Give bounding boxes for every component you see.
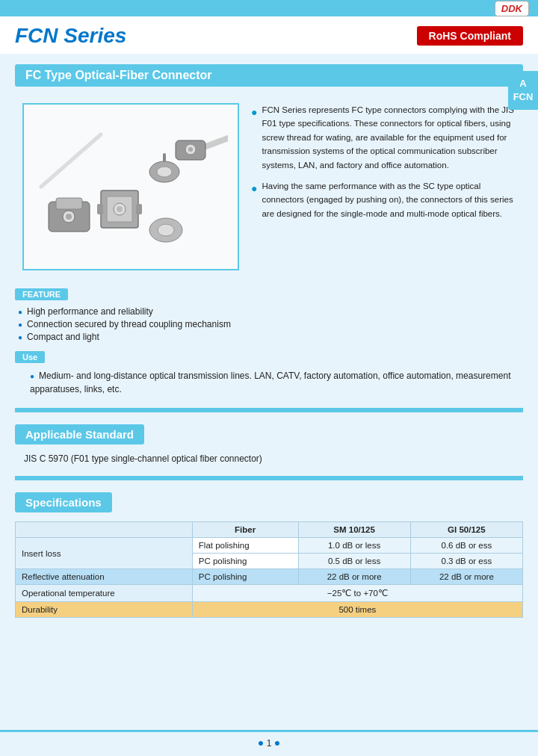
feature-item-3: Compact and light [18,332,523,342]
feature-label: FEATURE [15,288,68,300]
svg-rect-12 [163,153,166,162]
col-header-fiber: Fiber [192,522,298,538]
col-header-gi: GI 50/125 [410,522,522,538]
use-label: Use [15,351,45,363]
applicable-standard-title: Applicable Standard [15,424,144,444]
temp-value: −25℃ to +70℃ [192,585,522,602]
flat-sm-value: 1.0 dB or less [298,538,410,554]
side-tab-letter: A [511,77,535,90]
svg-point-18 [158,224,174,236]
flat-polishing-label: Flat polishing [192,538,298,554]
side-tab-label: FCN [511,90,535,104]
pc-sm-value: 0.5 dB or less [298,554,410,569]
reflective-gi: 22 dB or more [410,569,522,585]
table-row-reflective: Reflective attenuation PC polishing 22 d… [16,569,523,585]
durability-label: Durability [16,602,193,618]
svg-point-7 [117,206,123,212]
bullet-icon-1: ● [251,104,257,172]
specifications-title: Specifications [15,492,112,512]
applicable-section: Applicable Standard JIS C 5970 (F01 type… [15,424,523,464]
table-row-insert-flat: Insert loss Flat polishing 1.0 dB or les… [16,538,523,554]
use-section: Use Medium- and long-distance optical tr… [15,351,523,396]
table-row-durability: Durability 500 times [16,602,523,618]
svg-rect-9 [136,204,142,214]
rohs-badge: RoHS Compliant [417,26,523,46]
footer-page-number: ● 1 ● [0,737,538,756]
series-title: FCN Series [15,24,126,48]
product-image [34,112,228,261]
divider-thick [15,408,523,412]
ddk-logo: DDK [495,1,529,16]
flat-gi-value: 0.6 dB or ess [410,538,522,554]
reflective-sm: 22 dB or more [298,569,410,585]
svg-point-16 [188,147,193,152]
svg-point-11 [157,167,172,177]
table-row-temperature: Operational temperature −25℃ to +70℃ [16,585,523,602]
reflective-sub: PC polishing [192,569,298,585]
page-number: 1 [267,738,272,749]
page-dot-right: ● [274,737,280,749]
feature-list: High performance and reliability Connect… [15,306,523,342]
page-footer: ● 1 ● [0,730,538,756]
product-image-box [22,103,239,270]
specifications-section: Specifications Fiber SM 10/125 GI 50/125… [15,492,523,618]
fc-type-section-title: FC Type Optical-Fiber Connector [15,64,523,87]
fc-content-area: ● FCN Series represents FC type connecto… [15,96,523,278]
divider-thick-2 [15,476,523,480]
feature-section: FEATURE High performance and reliability… [15,288,523,342]
pc-polishing-label: PC polishing [192,554,298,569]
main-content: FC Type Optical-Fiber Connector [0,54,538,640]
bullet-icon-2: ● [251,180,257,220]
insert-loss-label: Insert loss [16,538,193,569]
svg-rect-1 [56,198,82,209]
col-header-empty [16,522,193,538]
feature-item-1: High performance and reliability [18,306,523,317]
top-bar: DDK [0,0,538,16]
footer-divider [0,730,538,732]
svg-rect-8 [97,204,103,214]
standard-text: JIS C 5970 (F01 type single-channel opti… [15,453,523,464]
desc-item-1: ● FCN Series represents FC type connecto… [251,103,516,172]
pc-gi-value: 0.3 dB or ess [410,554,522,569]
reflective-label: Reflective attenuation [16,569,193,585]
temp-label: Operational temperature [16,585,193,602]
feature-item-2: Connection secured by thread coupling me… [18,319,523,329]
col-header-sm: SM 10/125 [298,522,410,538]
table-header-row: Fiber SM 10/125 GI 50/125 [16,522,523,538]
desc-text-2: Having the same performance with as the … [262,179,516,220]
page-header: FCN Series RoHS Compliant [0,16,538,54]
durability-value: 500 times [192,602,522,618]
svg-point-3 [66,214,72,220]
desc-item-2: ● Having the same performance with as th… [251,179,516,220]
page-dot-left: ● [258,737,264,749]
side-tab: A FCN [508,71,538,110]
svg-line-19 [41,134,101,187]
desc-text-1: FCN Series represents FC type connectors… [262,103,516,172]
description-area: ● FCN Series represents FC type connecto… [251,103,516,270]
specs-table: Fiber SM 10/125 GI 50/125 Insert loss Fl… [15,521,523,618]
use-text: Medium- and long-distance optical transm… [15,369,523,396]
